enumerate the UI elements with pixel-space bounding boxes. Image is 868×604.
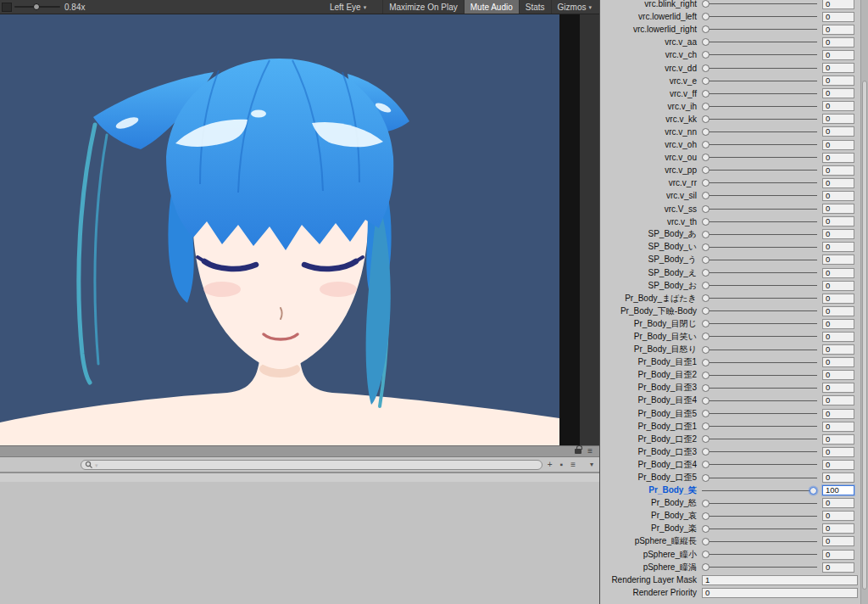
slider-knob[interactable] — [702, 448, 709, 456]
slider-knob[interactable] — [702, 205, 709, 213]
slider-knob[interactable] — [702, 231, 709, 238]
blendshape-slider[interactable] — [702, 409, 817, 418]
slider-knob[interactable] — [702, 397, 709, 405]
add-icon[interactable]: + — [548, 459, 553, 471]
blendshape-slider[interactable] — [702, 460, 817, 469]
menu-icon[interactable]: ≡ — [570, 459, 576, 471]
blendshape-slider[interactable] — [702, 332, 817, 341]
blendshape-slider[interactable] — [702, 204, 817, 214]
blendshape-slider[interactable] — [702, 537, 817, 546]
blendshape-slider[interactable] — [702, 255, 817, 265]
slider-knob[interactable] — [702, 115, 709, 123]
lock-icon[interactable] — [575, 449, 581, 454]
slider-knob[interactable] — [702, 13, 709, 20]
slider-knob[interactable] — [702, 154, 709, 161]
slider-knob[interactable] — [702, 128, 709, 136]
blendshape-slider[interactable] — [702, 473, 817, 483]
blendshape-slider[interactable] — [702, 281, 817, 290]
slider-knob[interactable] — [702, 64, 709, 72]
slider-knob[interactable] — [702, 563, 709, 571]
blendshape-slider[interactable] — [702, 306, 817, 316]
slider-knob[interactable] — [702, 294, 709, 302]
slider-knob[interactable] — [702, 218, 709, 226]
slider-knob[interactable] — [702, 538, 709, 545]
inspector-scrollbar[interactable] — [860, 0, 868, 604]
blendshape-value-field[interactable]: 0 — [822, 409, 854, 419]
blendshape-value-field[interactable]: 0 — [822, 422, 854, 432]
slider-knob[interactable] — [702, 25, 709, 33]
blendshape-slider[interactable] — [702, 383, 817, 393]
blendshape-value-field[interactable]: 0 — [822, 447, 854, 457]
slider-knob[interactable] — [702, 0, 709, 8]
slider-knob[interactable] — [702, 333, 709, 340]
blendshape-slider[interactable] — [702, 115, 817, 124]
blendshape-value-field[interactable]: 0 — [822, 25, 854, 35]
blendshape-value-field[interactable]: 0 — [822, 88, 854, 98]
blendshape-value-field[interactable]: 0 — [822, 216, 854, 226]
blendshape-value-field[interactable]: 0 — [822, 178, 854, 188]
blendshape-value-field[interactable]: 0 — [822, 473, 854, 483]
slider-knob[interactable] — [702, 474, 709, 482]
blendshape-slider[interactable] — [702, 447, 817, 456]
scrollbar-thumb[interactable] — [862, 81, 867, 590]
blendshape-slider[interactable] — [702, 76, 817, 86]
blendshape-slider[interactable] — [702, 562, 817, 572]
blendshape-slider[interactable] — [702, 64, 817, 73]
blendshape-value-field[interactable]: 0 — [822, 370, 854, 380]
blendshape-slider[interactable] — [702, 89, 817, 98]
blendshape-value-field[interactable]: 0 — [822, 63, 854, 73]
slider-knob[interactable] — [702, 551, 709, 558]
display-target-dropdown[interactable]: Left Eye ▾ — [324, 0, 372, 14]
blendshape-slider[interactable] — [702, 268, 817, 277]
slider-knob[interactable] — [702, 38, 709, 46]
blendshape-value-field[interactable]: 0 — [822, 153, 854, 163]
slider-knob[interactable] — [702, 384, 709, 392]
blendshape-slider[interactable] — [702, 358, 817, 367]
blendshape-value-field[interactable]: 100 — [822, 485, 854, 495]
slider-knob[interactable] — [702, 256, 709, 264]
blendshape-slider[interactable] — [702, 512, 817, 521]
blendshape-value-field[interactable]: 0 — [822, 242, 854, 252]
blendshape-value-field[interactable]: 0 — [822, 191, 854, 201]
stats-button[interactable]: Stats — [519, 0, 551, 14]
search-input[interactable]: ▾ — [81, 460, 542, 470]
blendshape-slider[interactable] — [702, 550, 817, 559]
blendshape-value-field[interactable]: 0 — [822, 460, 854, 470]
slider-knob[interactable] — [702, 77, 709, 85]
blendshape-slider[interactable] — [702, 294, 817, 303]
blendshape-slider[interactable] — [702, 345, 817, 355]
blendshape-value-field[interactable]: 0 — [822, 523, 854, 534]
mute-audio-button[interactable]: Mute Audio — [464, 0, 519, 14]
slider-knob[interactable] — [702, 141, 709, 148]
blendshape-value-field[interactable]: 0 — [822, 165, 854, 176]
zoom-slider[interactable] — [14, 2, 60, 12]
panel-dropdown-icon[interactable]: ▾ — [590, 461, 593, 468]
slider-knob[interactable] — [702, 51, 709, 59]
blendshape-value-field[interactable]: 0 — [822, 37, 854, 48]
blendshape-value-field[interactable]: 0 — [822, 229, 854, 239]
blendshape-slider[interactable] — [702, 524, 817, 534]
search-filter-caret-icon[interactable]: ▾ — [95, 462, 98, 468]
blendshape-slider[interactable] — [702, 50, 817, 59]
blendshape-slider[interactable] — [702, 396, 817, 405]
blendshape-value-field[interactable]: 0 — [822, 114, 854, 124]
slider-knob[interactable] — [702, 461, 709, 468]
slider-knob[interactable] — [702, 359, 709, 366]
blendshape-value-field[interactable]: 0 — [822, 306, 854, 316]
blendshape-value-field[interactable]: 0 — [822, 50, 854, 60]
blendshape-slider[interactable] — [702, 230, 817, 239]
menu-icon[interactable]: ≡ — [587, 447, 593, 456]
blendshape-value-field[interactable]: 0 — [822, 0, 854, 9]
blendshape-value-field[interactable]: 0 — [822, 562, 854, 573]
blendshape-value-field[interactable]: 0 — [822, 204, 854, 214]
slider-knob[interactable] — [702, 307, 709, 315]
slider-knob[interactable] — [702, 422, 709, 430]
gizmos-dropdown[interactable]: Gizmos ▾ — [551, 0, 598, 14]
blendshape-slider[interactable] — [702, 12, 817, 21]
slider-knob[interactable] — [702, 410, 709, 417]
blendshape-value-field[interactable]: 0 — [822, 344, 854, 355]
slider-knob[interactable] — [702, 525, 709, 533]
blendshape-value-field[interactable]: 0 — [822, 101, 854, 111]
slider-knob[interactable] — [702, 346, 709, 354]
blendshape-slider[interactable] — [702, 102, 817, 111]
